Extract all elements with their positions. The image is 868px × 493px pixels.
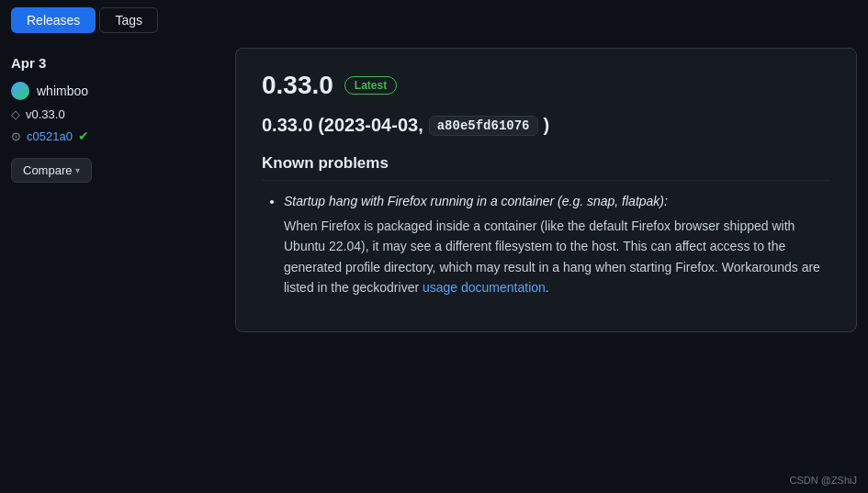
tags-tab[interactable]: Tags [99, 7, 158, 33]
releases-tab[interactable]: Releases [11, 7, 96, 33]
commit-row: ⊙ c0521a0 ✔ [11, 129, 213, 143]
top-navigation: Releases Tags [0, 0, 868, 40]
tag-icon: ◇ [11, 107, 20, 121]
list-item-body: When Firefox is packaged inside a contai… [284, 216, 830, 298]
body-end: . [546, 280, 549, 295]
release-card: 0.33.0 Latest 0.33.0 (2023-04-03, a80e5f… [235, 48, 857, 332]
section-title: Known problems [262, 154, 830, 181]
check-icon: ✔ [78, 129, 89, 143]
release-subtitle: 0.33.0 (2023-04-03, a80e5fd61076 ) [262, 115, 830, 136]
compare-label: Compare [23, 163, 72, 177]
list-item: Startup hang with Firefox running in a c… [284, 194, 830, 298]
release-title-row: 0.33.0 Latest [262, 71, 830, 100]
body-text: When Firefox is packaged inside a contai… [284, 218, 820, 295]
avatar [11, 82, 29, 100]
tag-row: ◇ v0.33.0 [11, 107, 213, 121]
release-version: 0.33.0 [262, 71, 333, 100]
subtitle-commit-ref: a80e5fd61076 [429, 116, 538, 136]
main-layout: Apr 3 whimboo ◇ v0.33.0 ⊙ c0521a0 ✔ Comp… [0, 40, 868, 332]
user-row: whimboo [11, 82, 213, 100]
tag-name[interactable]: v0.33.0 [26, 107, 65, 121]
latest-badge: Latest [344, 76, 397, 95]
username[interactable]: whimboo [37, 84, 88, 98]
known-problems-section: Known problems Startup hang with Firefox… [262, 154, 830, 298]
compare-button[interactable]: Compare ▾ [11, 158, 92, 183]
commit-hash[interactable]: c0521a0 [27, 129, 73, 143]
subtitle-text: 0.33.0 (2023-04-03, [262, 115, 423, 136]
sidebar: Apr 3 whimboo ◇ v0.33.0 ⊙ c0521a0 ✔ Comp… [11, 40, 213, 332]
chevron-down-icon: ▾ [75, 165, 80, 175]
subtitle-close: ) [544, 115, 550, 136]
release-date: Apr 3 [11, 55, 213, 71]
commit-icon: ⊙ [11, 129, 21, 143]
usage-documentation-link[interactable]: usage documentation [423, 280, 546, 295]
list-item-title: Startup hang with Firefox running in a c… [284, 194, 668, 208]
problems-list: Startup hang with Firefox running in a c… [262, 194, 830, 298]
watermark: CSDN @ZShiJ [789, 475, 857, 486]
